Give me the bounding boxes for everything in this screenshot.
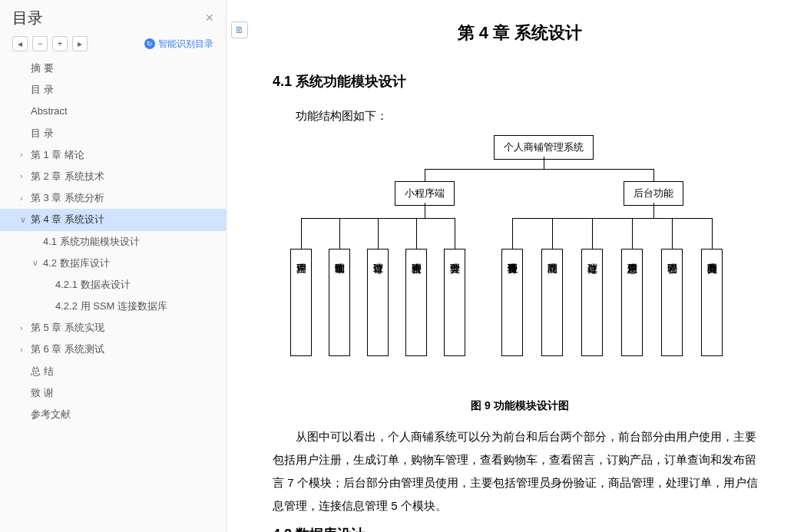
diagram-leaf: 用户信息管理 (621, 249, 643, 356)
toc-item[interactable]: ∨第 4 章 系统设计 (0, 209, 226, 230)
toc-item-label: 第 3 章 系统分析 (31, 191, 104, 205)
chevron-right-icon[interactable]: › (20, 322, 28, 334)
connector-line (416, 218, 417, 249)
close-icon[interactable]: × (205, 10, 213, 26)
chevron-down-icon[interactable]: ∨ (32, 257, 40, 269)
toc-item[interactable]: 致 谢 (0, 382, 226, 404)
connector-line (544, 157, 544, 169)
toc-item[interactable]: ›第 6 章 系统测试 (0, 339, 226, 360)
toc-item-label: Abstract (31, 104, 68, 118)
connector-line (653, 203, 654, 218)
connector-line (552, 218, 553, 249)
chevron-right-icon[interactable]: › (20, 344, 28, 355)
document-content: 🗎 第 4 章 系统设计 4.1 系统功能模块设计 功能结构图如下： 个人商铺管… (227, 0, 794, 532)
toc-item-label: 第 2 章 系统技术 (31, 170, 104, 183)
toc-item-label: 4.2.1 数据表设计 (55, 278, 131, 292)
diagram-leaf: 商品管理 (541, 249, 563, 356)
sidebar-header: 目录 × (0, 0, 226, 33)
toc-item-label: 参考文献 (31, 408, 71, 421)
connector-line (712, 218, 713, 249)
chevron-right-icon[interactable]: › (20, 193, 28, 204)
refresh-icon: ↻ (144, 38, 155, 49)
toc-item[interactable]: ›第 5 章 系统实现 (0, 317, 226, 339)
diagram-leaf: 商品分类管理 (701, 249, 723, 356)
diagram-leaf: 订单管理 (367, 249, 389, 356)
connector-line (672, 218, 673, 249)
smart-toc-button[interactable]: ↻ 智能识别目录 (144, 38, 213, 51)
toc-item-label: 第 1 章 绪论 (31, 148, 84, 162)
connector-line (425, 169, 653, 170)
toc-item[interactable]: Abstract (0, 101, 226, 122)
diagram-leaf: 个人资料管理 (405, 249, 427, 356)
toc-item-label: 摘 要 (31, 61, 54, 75)
connector-line (512, 218, 513, 249)
toc-item[interactable]: ›第 3 章 系统分析 (0, 187, 226, 209)
collapse-icon[interactable]: − (32, 36, 48, 51)
diagram-leaf: 分类管理 (444, 249, 465, 356)
section-4-1-title: 4.1 系统功能模块设计 (273, 72, 767, 91)
diagram-leaf: 购物车管理 (329, 249, 350, 356)
toc-item-label: 第 5 章 系统实现 (31, 321, 104, 335)
toc-item[interactable]: ›第 2 章 系统技术 (0, 166, 226, 187)
smart-toc-label: 智能识别目录 (158, 38, 213, 51)
chevron-right-icon[interactable]: › (20, 170, 28, 182)
toc-item[interactable]: 4.2.1 数据表设计 (0, 274, 226, 296)
connector-line (425, 203, 425, 218)
toc-item[interactable]: 4.2.2 用 SSM 连接数据库 (0, 296, 226, 317)
connector-line (455, 218, 455, 249)
connector-line (425, 169, 425, 181)
toc-item-label: 致 谢 (31, 386, 54, 400)
connector-line (632, 218, 633, 249)
toc-item[interactable]: 摘 要 (0, 58, 226, 79)
body-paragraph: 从图中可以看出，个人商铺系统可以分为前台和后台两个部分，前台部分由用户使用，主要… (273, 425, 767, 517)
diagram-leaf: 管理员身份验证 (501, 249, 523, 356)
toc-item-label: 4.2 数据库设计 (43, 256, 110, 270)
toc-item[interactable]: 总 结 (0, 361, 226, 382)
connector-line (512, 218, 712, 219)
toc-item[interactable]: 参考文献 (0, 404, 226, 425)
toc-sidebar: 目录 × ◂ − + ▸ ↻ 智能识别目录 摘 要目 录Abstract目 录›… (0, 0, 227, 532)
toc-item[interactable]: ›第 1 章 绪论 (0, 144, 226, 166)
connector-line (653, 169, 654, 181)
sidebar-toolbar: ◂ − + ▸ ↻ 智能识别目录 (0, 33, 226, 58)
diagram-leaf: 密码管理 (661, 249, 683, 356)
section-4-2-title: 4.2 数据库设计 (273, 525, 767, 532)
toc-item-label: 4.2.2 用 SSM 连接数据库 (55, 299, 167, 313)
expand-icon[interactable]: + (52, 36, 68, 51)
toc-item[interactable]: 4.1 系统功能模块设计 (0, 231, 226, 253)
toc-item-label: 总 结 (31, 365, 54, 378)
toc-item-label: 4.1 系统功能模块设计 (43, 235, 140, 249)
connector-line (592, 218, 593, 249)
sidebar-title: 目录 (12, 8, 43, 28)
diagram-leaf: 处理订单 (581, 249, 603, 356)
toc-list: 摘 要目 录Abstract目 录›第 1 章 绪论›第 2 章 系统技术›第 … (0, 58, 226, 532)
chevron-right-icon[interactable]: › (20, 149, 28, 160)
sidebar-resize-handle[interactable] (223, 0, 226, 532)
figure-caption: 图 9 功能模块设计图 (273, 399, 767, 413)
toc-item-label: 第 6 章 系统测试 (31, 342, 104, 356)
chapter-title: 第 4 章 系统设计 (273, 21, 767, 45)
connector-line (301, 218, 302, 249)
toc-item-label: 目 录 (31, 127, 54, 140)
toc-item[interactable]: 目 录 (0, 79, 226, 101)
intro-paragraph: 功能结构图如下： (273, 104, 767, 127)
toc-item-label: 第 4 章 系统设计 (31, 213, 104, 226)
connector-line (339, 218, 340, 249)
chevron-down-icon[interactable]: ∨ (20, 214, 28, 226)
toc-item[interactable]: 目 录 (0, 123, 226, 144)
toc-item[interactable]: ∨4.2 数据库设计 (0, 253, 226, 274)
toc-item-label: 目 录 (31, 83, 54, 97)
diagram-leaf: 用户管理 (290, 249, 312, 356)
nav-left-icon[interactable]: ◂ (12, 36, 28, 51)
function-module-diagram: 个人商铺管理系统小程序端后台功能用户管理购物车管理订单管理个人资料管理分类管理管… (282, 135, 758, 381)
connector-line (378, 218, 379, 249)
page-icon[interactable]: 🗎 (231, 21, 248, 38)
nav-right-icon[interactable]: ▸ (72, 36, 88, 51)
